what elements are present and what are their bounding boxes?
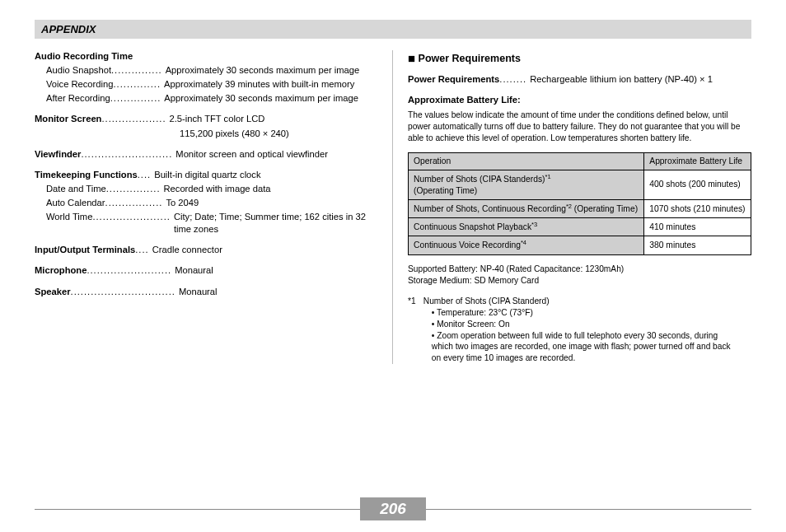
val-cell: 410 minutes [644,218,751,236]
battery-life-heading: Approximate Battery Life: [408,94,751,106]
spec-label: Auto Calendar [35,197,105,209]
spec-value: Approximately 30 seconds maximum per ima… [162,64,360,77]
leader-dots: ................... [101,113,166,125]
spec-value: Monitor screen and optical viewfinder [172,148,328,161]
spec-value: Monaural [175,286,218,298]
spec-label: Date and Time [35,183,106,195]
val-cell: 380 minutes [644,236,751,254]
spec-label: Speaker [35,286,71,298]
audio-recording-group: Audio Recording Time Audio Snapshot ....… [35,50,377,105]
list-item: Monitor Screen: On [432,319,737,330]
battery-life-table: Operation Approximate Battery Life Numbe… [408,152,751,255]
spec-label: Monitor Screen [35,113,101,125]
leader-dots: ......................... [87,264,171,277]
val-cell: 1070 shots (210 minutes) [644,199,751,217]
op-cell: Continuous Snapshot Playback*3 [409,218,644,236]
viewfinder-group: Viewfinder ........................... M… [35,148,377,161]
footnote-marker: *1 [408,296,421,307]
storage-medium: Storage Medium: SD Memory Card [408,275,751,287]
op-cell: Continuous Voice Recording*4 [409,236,644,254]
col-battery-life: Approximate Battery Life [644,152,751,170]
spec-label: World Time [35,211,92,236]
leader-dots: ............... [111,64,162,77]
table-row: Continuous Voice Recording*4 380 minutes [409,236,751,254]
table-row: Continuous Snapshot Playback*3 410 minut… [409,218,751,236]
list-item: Zoom operation between full wide to full… [432,330,737,364]
leader-dots: .... [138,169,151,181]
power-requirements-heading: ■ Power Requirements [408,50,751,67]
spec-label: Power Requirements [408,73,499,86]
battery-life-description: The values below indicate the amount of … [408,110,751,143]
page-number: 206 [360,497,426,520]
section-title: Power Requirements [419,53,521,64]
leader-dots: ....................... [92,211,171,236]
spec-value: Built-in digital quartz clock [151,169,260,181]
leader-dots: ................ [106,183,161,195]
spec-value: Cradle connector [149,244,222,256]
timekeeping-group: Timekeeping Functions .... Built-in digi… [35,169,377,236]
spec-value: Rechargeable lithium ion battery (NP-40)… [526,73,713,86]
spec-value-cont: 115,200 pixels (480 × 240) [180,128,377,140]
footnote-bullets: Temperature: 23°C (73°F) Monitor Screen:… [423,307,737,364]
val-cell: 400 shots (200 minutes) [644,170,751,199]
spec-label: Audio Snapshot [35,64,111,77]
spec-label: Input/Output Terminals [35,244,135,256]
footer-line-left [35,509,360,510]
spec-value: Recorded with image data [161,183,271,195]
spec-label: Viewfinder [35,148,81,161]
appendix-header: APPENDIX [35,20,751,39]
spec-label: Timekeeping Functions [35,169,138,181]
leader-dots: .............. [113,78,161,91]
supported-battery: Supported Battery: NP-40 (Rated Capacita… [408,264,751,275]
left-column: Audio Recording Time Audio Snapshot ....… [35,50,393,364]
spec-value: To 2049 [162,197,199,209]
footnote-title: Number of Shots (CIPA Standerd) [423,296,550,306]
op-cell: Number of Shots, Continuous Recording*2 … [409,199,644,217]
io-group: Input/Output Terminals .... Cradle conne… [35,244,377,256]
spec-value: 2.5-inch TFT color LCD [166,113,265,125]
page-footer: 206 [35,497,751,520]
spec-value: City; Date; Time; Summer time; 162 citie… [171,211,377,236]
spec-label: Voice Recording [35,78,113,91]
leader-dots: ........................... [81,148,172,161]
spec-value: Approximately 39 minutes with built-in m… [161,78,354,91]
leader-dots: ........ [499,73,526,86]
footer-line-right [426,509,751,510]
square-bullet-icon: ■ [408,51,415,65]
support-text: Supported Battery: NP-40 (Rated Capacita… [408,264,751,287]
table-row: Number of Shots, Continuous Recording*2 … [409,199,751,217]
right-column: ■ Power Requirements Power Requirements … [393,50,751,364]
content-columns: Audio Recording Time Audio Snapshot ....… [35,50,751,364]
leader-dots: ............... [110,92,161,105]
speaker-group: Speaker ............................... … [35,286,377,298]
power-req-spec: Power Requirements ........ Rechargeable… [408,73,751,86]
spec-label: After Recording [35,92,110,105]
leader-dots: ................. [105,197,163,209]
footnote-1: *1 Number of Shots (CIPA Standerd) Tempe… [408,296,751,364]
monitor-group: Monitor Screen ................... 2.5-i… [35,113,377,139]
mic-group: Microphone ......................... Mon… [35,264,377,277]
table-header-row: Operation Approximate Battery Life [409,152,751,170]
spec-value: Approximately 30 seconds maximum per ima… [161,92,358,105]
leader-dots: ............................... [71,286,175,298]
col-operation: Operation [409,152,644,170]
spec-value: Monaural [171,264,213,277]
op-cell: Number of Shots (CIPA Standerds)*1 (Oper… [409,170,644,199]
list-item: Temperature: 23°C (73°F) [432,307,737,319]
audio-heading: Audio Recording Time [35,50,133,63]
table-row: Number of Shots (CIPA Standerds)*1 (Oper… [409,170,751,199]
spec-label: Microphone [35,264,87,277]
leader-dots: .... [135,244,148,256]
